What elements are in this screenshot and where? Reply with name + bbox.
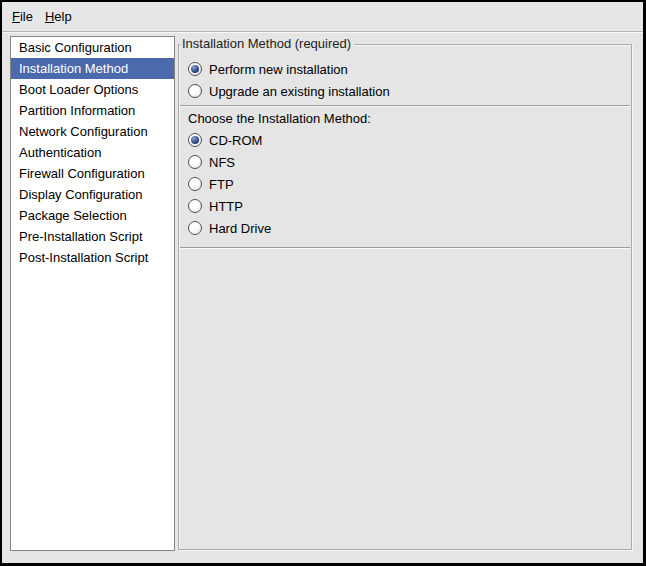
sidebar-item-boot-loader-options[interactable]: Boot Loader Options xyxy=(11,79,174,100)
radio-label: Upgrade an existing installation xyxy=(209,84,390,99)
radio-label: Perform new installation xyxy=(209,62,348,77)
sidebar-item-pre-installation-script[interactable]: Pre-Installation Script xyxy=(11,226,174,247)
radio-button-icon[interactable] xyxy=(188,221,202,235)
sidebar-item-installation-method[interactable]: Installation Method xyxy=(11,58,174,79)
sidebar-item-post-installation-script[interactable]: Post-Installation Script xyxy=(11,247,174,268)
radio-button-icon[interactable] xyxy=(188,84,202,98)
menu-file[interactable]: File xyxy=(6,6,39,27)
radio-label: HTTP xyxy=(209,199,243,214)
sidebar-item-basic-configuration[interactable]: Basic Configuration xyxy=(11,37,174,58)
frame-title-installation-method: Installation Method (required) xyxy=(180,36,355,51)
radio-label: NFS xyxy=(209,155,235,170)
sidebar-item-authentication[interactable]: Authentication xyxy=(11,142,174,163)
sidebar-item-package-selection[interactable]: Package Selection xyxy=(11,205,174,226)
radio-row-perform-new-installation[interactable]: Perform new installation xyxy=(188,58,623,80)
radio-row-ftp[interactable]: FTP xyxy=(188,173,623,195)
sidebar-item-network-configuration[interactable]: Network Configuration xyxy=(11,121,174,142)
installation-method-content: Perform new installation Upgrade an exis… xyxy=(179,45,631,249)
menu-help[interactable]: Help xyxy=(39,6,78,27)
radio-row-upgrade-existing-installation[interactable]: Upgrade an existing installation xyxy=(188,80,623,102)
radio-label: Hard Drive xyxy=(209,221,271,236)
installation-method-panel: Perform new installation Upgrade an exis… xyxy=(178,44,632,550)
radio-button-icon[interactable] xyxy=(188,177,202,191)
radio-row-nfs[interactable]: NFS xyxy=(188,151,623,173)
sidebar-item-display-configuration[interactable]: Display Configuration xyxy=(11,184,174,205)
radio-row-http[interactable]: HTTP xyxy=(188,195,623,217)
radio-row-cdrom[interactable]: CD-ROM xyxy=(188,129,623,151)
radio-button-icon[interactable] xyxy=(188,62,202,76)
radio-button-icon[interactable] xyxy=(188,199,202,213)
radio-row-hard-drive[interactable]: Hard Drive xyxy=(188,217,623,239)
radio-label: FTP xyxy=(209,177,234,192)
menubar: File Help xyxy=(2,2,643,32)
choose-method-label: Choose the Installation Method: xyxy=(188,109,623,129)
sidebar-item-partition-information[interactable]: Partition Information xyxy=(11,100,174,121)
menu-help-label: Help xyxy=(45,9,72,24)
radio-button-icon[interactable] xyxy=(188,133,202,147)
kickstart-configurator-window: File Help Basic Configuration Installati… xyxy=(0,0,646,566)
menu-file-label: File xyxy=(12,9,33,24)
category-list: Basic Configuration Installation Method … xyxy=(10,36,175,551)
radio-button-icon[interactable] xyxy=(188,155,202,169)
sidebar-item-firewall-configuration[interactable]: Firewall Configuration xyxy=(11,163,174,184)
horizontal-separator xyxy=(180,247,630,249)
horizontal-separator xyxy=(180,105,630,107)
radio-label: CD-ROM xyxy=(209,133,262,148)
